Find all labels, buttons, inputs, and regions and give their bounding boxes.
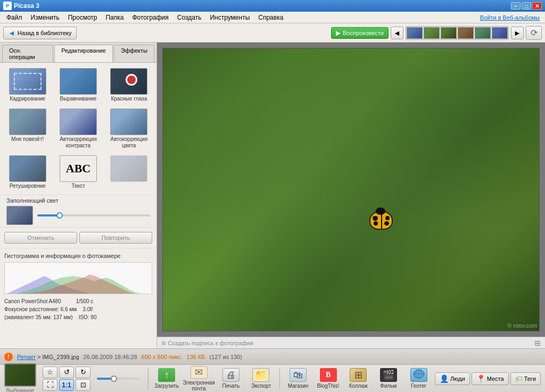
histogram-section: Гистограмма и информация о фотокамере Ca… (0, 248, 156, 326)
tags-icon: 🏷 (515, 374, 523, 383)
tool-lucky[interactable]: Мне повезёт! (4, 107, 51, 150)
geo-icon (410, 368, 427, 382)
tool-redeye[interactable]: Красные глаза (106, 67, 152, 103)
email-label: Электронная почта (183, 380, 214, 391)
refresh-button[interactable]: ⟳ (526, 26, 542, 40)
status-size: 136 КБ (187, 354, 205, 360)
star-button[interactable]: ☆ (43, 366, 57, 378)
thumbnail-6[interactable] (492, 27, 508, 39)
fill-light-label: Заполняющий свет (6, 197, 150, 204)
tab-effects[interactable]: Эффекты (114, 45, 154, 62)
thumbnail-4[interactable] (458, 27, 474, 39)
rotate-left-button[interactable]: ↺ (59, 366, 74, 378)
next-photo-button[interactable]: ► (511, 27, 524, 39)
film-icon: 🎬 (380, 368, 397, 382)
menu-edit[interactable]: Изменить (27, 13, 64, 22)
redo-button[interactable]: Повторить (79, 232, 152, 244)
zoom-slider[interactable] (97, 378, 139, 380)
fill-light-slider-container (37, 214, 150, 216)
menu-tools[interactable]: Инструменты (205, 13, 254, 22)
tool-crop[interactable]: Кадрирование (4, 67, 51, 103)
fill-light-section: Заполняющий свет (0, 195, 156, 227)
tool-contrast[interactable]: Автокоррекция контраста (55, 107, 101, 150)
thumbnail-2[interactable] (424, 27, 440, 39)
alert-icon: ! (4, 353, 13, 361)
places-button[interactable]: 📍 Места (472, 372, 509, 385)
email-button[interactable]: ✉ Электронная почта (183, 367, 215, 390)
tool-crop-thumb (9, 68, 46, 95)
menu-photo[interactable]: Фотография (128, 13, 172, 22)
print-button[interactable]: 🖨 Печать (217, 367, 245, 390)
collage-button[interactable]: ⊞ Коллаж (344, 367, 373, 390)
blog-button[interactable]: B BlogThis! (314, 367, 342, 390)
back-to-library-button[interactable]: ◄ Назад в библиотеку (3, 27, 77, 39)
tool-align-label: Выравнивание (60, 96, 97, 102)
status-dimensions: 600 x 800 пикс. (142, 354, 183, 360)
quick-action-group: ☆ ↺ ↻ ⛶ 1:1 ⊡ (43, 366, 90, 391)
collage-icon: ⊞ (350, 368, 367, 382)
export-button[interactable]: 📁 Экспорт (247, 367, 275, 390)
tool-color[interactable]: Автокоррекция цвета (106, 107, 152, 150)
menu-view[interactable]: Просмотр (64, 13, 102, 22)
menu-help[interactable]: Справка (254, 13, 287, 22)
fit-button[interactable]: ⊡ (76, 379, 90, 391)
tool-text[interactable]: ABC Текст (55, 154, 101, 190)
fill-light-slider[interactable] (37, 214, 150, 216)
zoom-thumb[interactable] (111, 376, 117, 382)
minimize-button[interactable]: − (511, 2, 521, 10)
film-button[interactable]: 🎬 Фильм (375, 367, 403, 390)
caption-placeholder[interactable]: Создать подпись к фотографии (168, 340, 534, 346)
maximize-button[interactable]: □ (522, 2, 531, 10)
menu-folder[interactable]: Папка (101, 13, 128, 22)
status-date: 26.08.2009 18:46:28 (84, 354, 137, 360)
tab-edit[interactable]: Редактирование (54, 45, 113, 62)
caption-icon: ≡ (161, 339, 166, 347)
tool-align-thumb (60, 68, 97, 95)
separator-2 (279, 368, 280, 389)
geo-button[interactable]: Геотег (404, 367, 433, 390)
menu-create[interactable]: Создать (173, 13, 206, 22)
ladybug-spot-2 (374, 221, 378, 226)
play-slideshow-button[interactable]: ▶ Воспроизвести (331, 27, 389, 39)
bottom-toolbar: Выбранное ☆ ↺ ↻ ⛶ 1:1 ⊡ ↑ Загрузить ✉ Эл… (0, 364, 545, 392)
thumbnail-strip (406, 26, 509, 40)
fill-light-thumb-handle[interactable] (56, 212, 63, 219)
watermark: © roov.com (507, 322, 537, 329)
thumbnail-5[interactable] (475, 27, 491, 39)
tool-lucky-label: Мне повезёт! (11, 136, 44, 143)
places-icon: 📍 (476, 374, 485, 383)
iso: ISO: 80 (79, 314, 97, 320)
prev-photo-button[interactable]: ◄ (391, 27, 403, 39)
tool-retouch[interactable]: Ретушировние (4, 154, 51, 190)
status-filename: IMG_2399.jpg (43, 354, 79, 360)
menu-file[interactable]: Файл (2, 13, 27, 22)
rotate-right-button[interactable]: ↻ (76, 366, 90, 378)
photo-area: © roov.com ≡ Создать подпись к фотографи… (157, 43, 545, 348)
main-toolbar: ◄ Назад в библиотеку ▶ Воспроизвести ◄ ►… (0, 23, 545, 43)
tab-basic[interactable]: Осн. операции (2, 45, 53, 62)
upload-button[interactable]: ↑ Загрузить (153, 367, 181, 390)
thumbnail-3[interactable] (441, 27, 457, 39)
cancel-button[interactable]: Отменить (4, 232, 77, 244)
tool-redeye-thumb (110, 68, 147, 95)
selected-label: Выбранное (4, 388, 36, 392)
tool-fill-thumb (110, 155, 147, 182)
left-panel: Осн. операции Редактирование Эффекты Кад… (0, 43, 157, 348)
caption-expand-icon[interactable]: ⊞ (534, 339, 541, 347)
thumbnail-1[interactable] (407, 27, 423, 39)
people-button[interactable]: 👤 Люди (435, 372, 470, 385)
export-icon: 📁 (252, 368, 269, 382)
actual-size-button[interactable]: 1:1 (59, 379, 74, 391)
tool-align[interactable]: Выравнивание (55, 67, 101, 103)
tool-lucky-thumb (9, 109, 46, 135)
fullscreen-button[interactable]: ⛶ (43, 379, 57, 391)
fill-light-controls (6, 206, 150, 225)
close-button[interactable]: ✕ (532, 2, 542, 10)
shop-button[interactable]: 🛍 Магазин (284, 367, 312, 390)
print-icon: 🖨 (222, 368, 240, 382)
ladybug-spot-3 (385, 216, 390, 220)
web-albums-link[interactable]: Войти в Веб-альбомы (480, 14, 543, 21)
status-path-link[interactable]: Ретрит (17, 354, 36, 360)
tags-button[interactable]: 🏷 Теги (510, 372, 541, 385)
tool-contrast-label: Автокоррекция контраста (56, 136, 100, 149)
